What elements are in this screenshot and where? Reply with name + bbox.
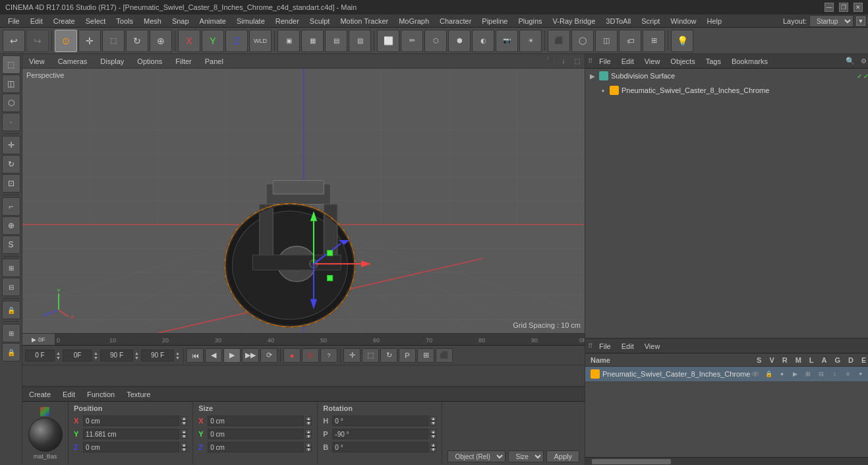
deformer-button[interactable]: ⬢ (448, 30, 471, 52)
end1-down[interactable]: ▼ (134, 356, 140, 360)
undo-button[interactable]: ↩ (3, 30, 25, 52)
rotate-key-button[interactable]: ↻ (380, 348, 397, 363)
viewport-icon-2[interactable]: ↓ (558, 56, 569, 67)
attr-eye-icon[interactable] (750, 369, 761, 379)
obj-menu-bookmarks[interactable]: Bookmarks (728, 56, 772, 67)
lock-button[interactable]: 🔒 (2, 301, 20, 319)
menu-mesh[interactable]: Mesh (138, 16, 167, 26)
menu-3dtoall[interactable]: 3DToAll (600, 16, 636, 26)
rot-h-up[interactable]: ▲ (430, 416, 436, 421)
bottom-menu-edit[interactable]: Edit (59, 389, 79, 400)
render-pic-viewer[interactable]: ▧ (349, 30, 371, 52)
attr-extra3-icon[interactable]: ✦ (855, 369, 866, 379)
menu-motion-tracker[interactable]: Motion Tracker (335, 16, 393, 26)
edge-mode-button[interactable]: ⬡ (2, 94, 20, 112)
obj-menu-objects[interactable]: Objects (666, 56, 699, 67)
size-x-down[interactable]: ▼ (305, 421, 312, 425)
pos-y-input[interactable] (83, 429, 179, 439)
environment-button[interactable]: ◐ (472, 30, 494, 52)
apply-button[interactable]: Apply (546, 450, 579, 462)
cube-button[interactable]: ⬜ (377, 30, 399, 52)
viewport-menu-options[interactable]: Options (133, 56, 166, 67)
timeline-settings-button[interactable]: ⬛ (436, 348, 453, 363)
end2-up[interactable]: ▲ (175, 351, 181, 356)
record-button[interactable]: ● (283, 348, 301, 363)
menu-pipeline[interactable]: Pipeline (477, 16, 513, 26)
attr-extra1-icon[interactable]: ↕ (829, 369, 840, 379)
rot-h-input[interactable] (332, 416, 428, 426)
object-rel-dropdown[interactable]: Object (Rel) (448, 450, 506, 462)
end2-down[interactable]: ▼ (175, 356, 181, 360)
start-frame-input[interactable] (63, 350, 92, 361)
size-y-input[interactable] (208, 429, 304, 439)
pos-y-up[interactable]: ▲ (181, 429, 187, 434)
attr-menu-file[interactable]: File (595, 341, 615, 352)
material-sphere[interactable] (28, 418, 63, 452)
collapse-arrow-icon[interactable]: ▶ (588, 71, 597, 80)
h-scrollbar[interactable] (585, 457, 868, 465)
bottom-menu-function[interactable]: Function (83, 389, 119, 400)
xpresso-button[interactable]: ⊞ (643, 30, 665, 52)
viewport-icon-1[interactable]: ⬛ (545, 56, 556, 67)
scale-tool-button[interactable]: ⊡ (2, 174, 20, 193)
layout-dropdown[interactable]: Startup (809, 15, 854, 27)
menu-create[interactable]: Create (48, 16, 80, 26)
size-y-down[interactable]: ▼ (305, 434, 312, 439)
light-button[interactable]: ☀ (519, 30, 542, 52)
attr-caster-row[interactable]: Pneumatic_Swivel_Caster_8_Inches_Chrome … (585, 367, 868, 381)
loop-button[interactable]: ⟳ (260, 348, 277, 363)
move-button[interactable]: ✛ (78, 30, 101, 52)
size-x-input[interactable] (208, 416, 304, 426)
size-y-up[interactable]: ▲ (305, 429, 312, 434)
viewport-icon-3[interactable]: ⬚ (571, 56, 582, 67)
attr-lock-icon[interactable]: 🔒 (763, 369, 774, 379)
attr-extra2-icon[interactable]: ≡ (842, 369, 853, 379)
caster-object-row[interactable]: ● Pneumatic_Swivel_Caster_8_Inches_Chrom… (596, 83, 868, 98)
size-z-input[interactable] (208, 442, 304, 452)
pos-x-input[interactable] (83, 416, 179, 426)
texture-tool-button[interactable]: ⊞ (2, 259, 20, 277)
knife-tool-button[interactable]: ⌐ (2, 197, 20, 216)
poly-mode-button[interactable]: ◫ (2, 75, 20, 93)
menu-file[interactable]: File (3, 16, 25, 26)
rot-p-down[interactable]: ▼ (430, 434, 436, 439)
material-button[interactable]: ◫ (595, 30, 618, 52)
magnet-tool-button[interactable]: ⊕ (2, 216, 20, 235)
attr-render-icon[interactable]: ● (776, 369, 787, 379)
nurbs-button[interactable]: ⬡ (424, 30, 447, 52)
axis-y-button[interactable]: Y (202, 30, 224, 52)
obj-menu-view[interactable]: View (641, 56, 664, 67)
spline-tool-button[interactable]: S (2, 235, 20, 254)
menu-edit[interactable]: Edit (25, 16, 48, 26)
viewport-menu-filter[interactable]: Filter (171, 56, 195, 67)
maximize-button[interactable]: ❐ (839, 3, 848, 12)
attr-gen-icon[interactable]: ⊞ (803, 369, 813, 379)
menu-vray[interactable]: V-Ray Bridge (548, 16, 601, 26)
size-dropdown[interactable]: Size (508, 450, 544, 462)
tag-button[interactable]: 🏷 (619, 30, 641, 52)
attr-deform-icon[interactable]: ⊟ (816, 369, 826, 379)
3d-viewport[interactable]: Perspective Grid Spacing : 10 cm Y X Z (22, 69, 585, 333)
play-button[interactable]: ▶ (223, 348, 241, 363)
pos-z-input[interactable] (83, 442, 179, 452)
menu-character[interactable]: Character (434, 16, 477, 26)
attr-motion-icon[interactable]: ▶ (790, 369, 800, 379)
rot-p-up[interactable]: ▲ (430, 429, 436, 434)
current-frame-input[interactable] (25, 350, 55, 361)
pos-x-down[interactable]: ▼ (181, 421, 187, 425)
render-view-button[interactable]: ▦ (301, 30, 324, 52)
end-frame-input-1[interactable] (100, 350, 133, 361)
bottom-menu-create[interactable]: Create (25, 389, 55, 400)
end-frame-input-2[interactable] (141, 350, 174, 361)
redo-button[interactable]: ↪ (26, 30, 49, 52)
menu-mograph[interactable]: MoGraph (393, 16, 434, 26)
viewport-menu-view[interactable]: View (25, 56, 49, 67)
texture-axis-button[interactable]: ⊟ (2, 278, 20, 296)
size-z-down[interactable]: ▼ (305, 447, 312, 452)
menu-plugins[interactable]: Plugins (513, 16, 547, 26)
point-mode-button[interactable]: · (2, 113, 20, 131)
select-mode-button[interactable]: ⊙ (55, 30, 77, 52)
axis-z-button[interactable]: Z (225, 30, 248, 52)
menu-help[interactable]: Help (702, 16, 728, 26)
scale-key-button[interactable]: ⬚ (362, 348, 379, 363)
